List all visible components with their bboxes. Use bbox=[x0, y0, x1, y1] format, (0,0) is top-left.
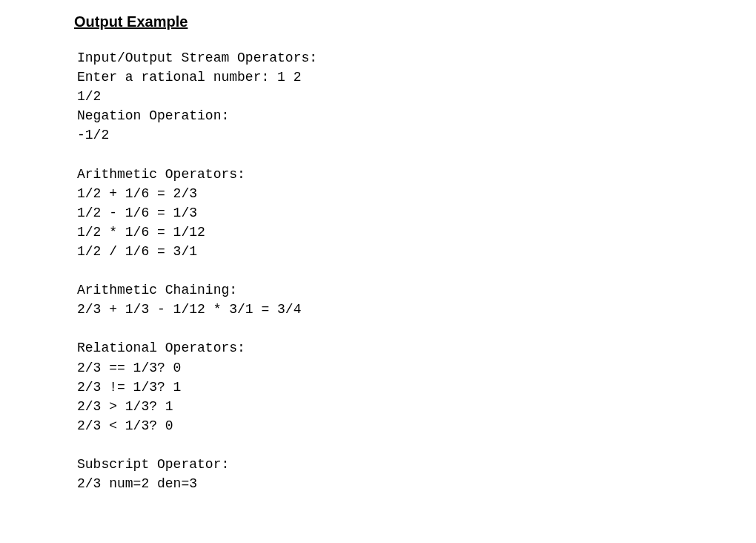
code-line: Negation Operation: bbox=[77, 108, 229, 123]
code-line: Arithmetic Chaining: bbox=[77, 283, 237, 297]
code-line: 2/3 != 1/3? 1 bbox=[77, 380, 181, 395]
code-line: 1/2 / 1/6 = 3/1 bbox=[77, 244, 197, 259]
code-line: 2/3 + 1/3 - 1/12 * 3/1 = 3/4 bbox=[77, 302, 301, 317]
code-line: Input/Output Stream Operators: bbox=[77, 50, 317, 65]
code-line: 2/3 num=2 den=3 bbox=[77, 476, 197, 491]
code-line: 1/2 + 1/6 = 2/3 bbox=[77, 186, 197, 201]
code-line: 1/2 bbox=[77, 89, 101, 104]
code-line: Enter a rational number: 1 2 bbox=[77, 70, 301, 85]
output-example-block: Input/Output Stream Operators: Enter a r… bbox=[77, 48, 682, 493]
code-line: 1/2 - 1/6 = 1/3 bbox=[77, 205, 197, 220]
code-line: 1/2 * 1/6 = 1/12 bbox=[77, 225, 205, 240]
code-line: -1/2 bbox=[77, 128, 109, 142]
code-line: Subscript Operator: bbox=[77, 457, 229, 472]
section-heading: Output Example bbox=[74, 13, 682, 30]
code-line: 2/3 < 1/3? 0 bbox=[77, 418, 173, 433]
code-line: 2/3 == 1/3? 0 bbox=[77, 361, 181, 375]
code-line: Arithmetic Operators: bbox=[77, 167, 245, 182]
code-line: Relational Operators: bbox=[77, 340, 245, 355]
code-line: 2/3 > 1/3? 1 bbox=[77, 399, 173, 414]
